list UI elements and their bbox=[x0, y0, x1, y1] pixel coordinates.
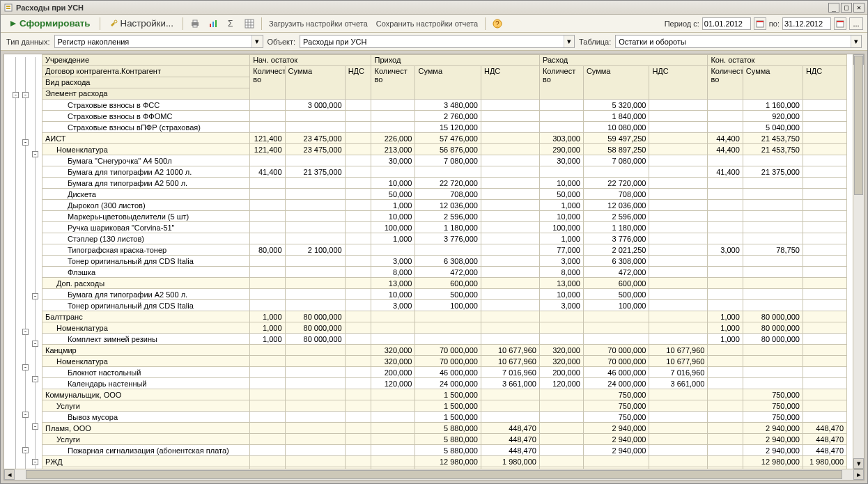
row-value: 213,000 bbox=[371, 144, 415, 155]
tree-toggle[interactable]: - bbox=[22, 139, 29, 146]
dtype-input[interactable] bbox=[55, 36, 252, 47]
sum-icon-button[interactable]: Σ bbox=[224, 17, 239, 31]
table-row[interactable]: Услуги1 500,000750,000750,000 bbox=[42, 400, 847, 412]
table-row[interactable]: Пламя, ООО5 880,000448,4702 940,0002 940… bbox=[42, 423, 847, 434]
table-row[interactable]: Услуги12 980,0001 980,00012 980,0001 980… bbox=[42, 467, 847, 469]
table-row[interactable]: Тонер оригинальный для CDS Italia3,00010… bbox=[42, 300, 847, 311]
table-row[interactable]: Календарь настенный120,00024 000,0003 66… bbox=[42, 378, 847, 389]
row-value bbox=[708, 100, 743, 111]
date-to-picker[interactable] bbox=[834, 17, 846, 30]
scroll-left-arrow[interactable]: ◂ bbox=[4, 469, 15, 480]
scroll-down-arrow[interactable]: ▾ bbox=[853, 458, 864, 469]
table-row[interactable]: Бумага для типографии А2 1000 л.41,40021… bbox=[42, 166, 847, 178]
table-row[interactable]: Страховые взносы в ФСС3 000,0003 480,000… bbox=[42, 100, 847, 111]
tree-toggle[interactable]: - bbox=[32, 151, 38, 157]
tree-toggle[interactable]: - bbox=[32, 376, 38, 382]
row-value bbox=[539, 100, 583, 111]
tree-toggle[interactable]: - bbox=[32, 293, 38, 299]
row-value: 80 000,000 bbox=[743, 334, 803, 345]
chevron-down-icon[interactable]: ▾ bbox=[564, 36, 574, 47]
tree-toggle[interactable]: - bbox=[32, 341, 38, 347]
row-value: 7 080,000 bbox=[583, 155, 649, 166]
tree-toggle[interactable]: - bbox=[22, 364, 29, 370]
scroll-right-arrow[interactable]: ▸ bbox=[853, 469, 864, 480]
to-label: по: bbox=[769, 19, 780, 28]
table-row[interactable]: Стэплер (130 листов)1,0003 776,0001,0003… bbox=[42, 233, 847, 244]
table-row[interactable]: Канцмир320,00070 000,00010 677,960320,00… bbox=[42, 345, 847, 356]
table-row[interactable]: Номенклатура1,00080 000,0001,00080 000,0… bbox=[42, 322, 847, 334]
row-value: 1,000 bbox=[371, 200, 415, 211]
chevron-down-icon[interactable]: ▾ bbox=[251, 36, 262, 47]
row-label: Коммунальщик, ООО bbox=[42, 389, 250, 400]
form-button[interactable]: Сформировать bbox=[5, 17, 95, 31]
table-row[interactable]: Дырокол (300 листов)1,00012 036,0001,000… bbox=[42, 200, 847, 211]
date-to-input[interactable] bbox=[782, 17, 831, 30]
table-row[interactable]: Бумага для типографии А2 500 л.10,00022 … bbox=[42, 178, 847, 189]
table-row[interactable]: Тонер оригинальный для CDS Italia3,0006 … bbox=[42, 256, 847, 267]
hscroll-thumb[interactable] bbox=[26, 470, 842, 479]
object-input[interactable] bbox=[300, 36, 564, 47]
table-row[interactable]: Номенклатура320,00070 000,00010 677,9603… bbox=[42, 356, 847, 367]
table-row[interactable]: Бумага "Снегурочка" А4 500л30,0007 080,0… bbox=[42, 155, 847, 166]
scroll-thumb[interactable] bbox=[854, 56, 863, 195]
row-value bbox=[743, 300, 803, 311]
table-icon-button[interactable] bbox=[242, 17, 257, 31]
table-row[interactable]: Ручка шариковая "Corvina-51"100,0001 180… bbox=[42, 222, 847, 233]
load-settings-link[interactable]: Загрузить настройки отчета bbox=[266, 19, 371, 28]
print-icon-button[interactable] bbox=[187, 17, 203, 31]
table-row[interactable]: Флэшка8,000472,0008,000472,000 bbox=[42, 267, 847, 278]
vertical-scrollbar[interactable]: ▴ ▾ bbox=[853, 54, 864, 469]
table-combo[interactable]: ▾ bbox=[615, 35, 862, 48]
table-row[interactable]: Страховые взносы вПФР (страховая)15 120,… bbox=[42, 122, 847, 133]
table-row[interactable]: Коммунальщик, ООО1 500,000750,000750,000 bbox=[42, 389, 847, 400]
table-row[interactable]: АИСТ121,40023 475,000226,00057 476,00030… bbox=[42, 133, 847, 144]
row-value: 1 980,000 bbox=[803, 456, 846, 467]
settings-button[interactable]: Настройки... bbox=[104, 17, 178, 31]
save-settings-link[interactable]: Сохранить настройки отчета bbox=[373, 19, 481, 28]
row-value: 920,000 bbox=[743, 111, 803, 122]
table-input[interactable] bbox=[616, 36, 850, 47]
table-row[interactable]: Бумага для типографии А2 500 л.10,000500… bbox=[42, 289, 847, 300]
row-value bbox=[371, 400, 415, 412]
table-row[interactable]: Дискета50,000708,00050,000708,000 bbox=[42, 189, 847, 200]
row-value bbox=[250, 345, 285, 356]
table-row[interactable]: Блокнот настольный200,00046 000,0007 016… bbox=[42, 367, 847, 378]
date-from-input[interactable] bbox=[702, 17, 751, 30]
row-value: 70 000,000 bbox=[583, 345, 649, 356]
dtype-combo[interactable]: ▾ bbox=[54, 35, 263, 48]
table-row[interactable]: Маркеры-цветовыделители (5 шт)10,0002 59… bbox=[42, 211, 847, 222]
table-row[interactable]: Комплект зимней резины1,00080 000,0001,0… bbox=[42, 334, 847, 345]
table-row[interactable]: Доп. расходы13,000600,00013,000600,000 bbox=[42, 278, 847, 289]
row-value bbox=[481, 100, 539, 111]
close-button[interactable]: ✕ bbox=[853, 3, 865, 13]
table-row[interactable]: Услуги5 880,000448,4702 940,0002 940,000… bbox=[42, 434, 847, 445]
date-from-picker[interactable] bbox=[754, 17, 766, 30]
minimize-button[interactable]: _ bbox=[828, 3, 839, 13]
row-value bbox=[345, 289, 371, 300]
row-value bbox=[345, 445, 371, 456]
period-more-button[interactable]: ... bbox=[849, 17, 863, 30]
tree-toggle[interactable]: - bbox=[22, 447, 29, 453]
tree-toggle[interactable]: - bbox=[22, 329, 29, 335]
maximize-button[interactable]: □ bbox=[841, 3, 852, 13]
table-row[interactable]: Пожарная сигнализация (абонентская плата… bbox=[42, 445, 847, 456]
chart-icon-button[interactable] bbox=[206, 17, 221, 31]
horizontal-scrollbar[interactable]: ◂ ▸ bbox=[4, 469, 864, 480]
table-row[interactable]: Страховые взносы в ФФОМС2 760,0001 840,0… bbox=[42, 111, 847, 122]
tree-toggle[interactable]: - bbox=[32, 423, 38, 430]
row-value bbox=[371, 100, 415, 111]
row-value bbox=[481, 155, 539, 166]
chevron-down-icon[interactable]: ▾ bbox=[851, 36, 861, 47]
tree-toggle[interactable]: - bbox=[22, 412, 29, 418]
table-row[interactable]: Вывоз мусора1 500,000750,000750,000 bbox=[42, 412, 847, 423]
tree-toggle[interactable]: - bbox=[32, 459, 38, 465]
svg-rect-2 bbox=[6, 8, 10, 9]
table-row[interactable]: Типографская краска-тонер80,0002 100,000… bbox=[42, 244, 847, 256]
tree-toggle[interactable]: - bbox=[22, 92, 29, 98]
table-row[interactable]: Номенклатура121,40023 475,000213,00056 8… bbox=[42, 144, 847, 155]
table-row[interactable]: РЖД12 980,0001 980,00012 980,0001 980,00… bbox=[42, 456, 847, 467]
row-value bbox=[285, 456, 345, 467]
table-row[interactable]: Балттранс1,00080 000,0001,00080 000,000 bbox=[42, 311, 847, 322]
help-button[interactable]: ? bbox=[490, 17, 505, 31]
object-combo[interactable]: ▾ bbox=[300, 35, 575, 48]
